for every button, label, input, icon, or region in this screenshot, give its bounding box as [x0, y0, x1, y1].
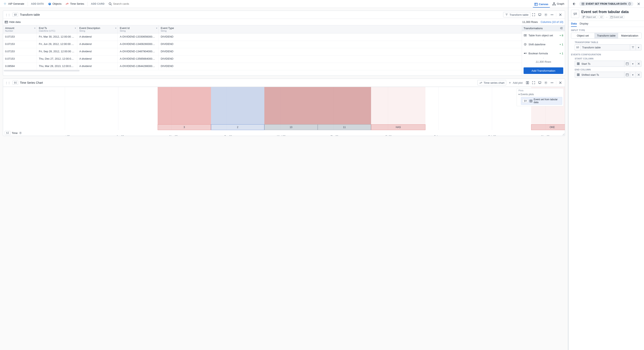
- column-header[interactable]: Event Type String: [159, 25, 178, 33]
- add-plot-button[interactable]: ＋ Add plot: [506, 80, 524, 85]
- seg-object-set[interactable]: Object set: [571, 33, 594, 38]
- expand-button[interactable]: [531, 80, 536, 85]
- transformation-item[interactable]: Shift date/time+ 1: [524, 41, 563, 47]
- card-title: Transform table: [20, 13, 40, 16]
- seg-materialization[interactable]: Materialization: [618, 33, 641, 38]
- transform-icon[interactable]: [630, 44, 636, 50]
- event-block[interactable]: HAS: [371, 124, 426, 130]
- transform-table-button[interactable]: Transform table: [503, 12, 530, 17]
- table-cell: A-DIVIDEND-1348790400000-13487: [118, 48, 159, 55]
- close-button[interactable]: [558, 12, 563, 17]
- transformation-item[interactable]: Table from object set+ 8: [524, 32, 563, 38]
- event-block[interactable]: 11: [318, 124, 371, 130]
- table-row[interactable]: 0.07153Fri, Jun 29, 2012, 12:00:00 AMA d…: [3, 41, 522, 48]
- help-icon[interactable]: [628, 2, 631, 5]
- hide-data-button[interactable]: Hide data: [9, 20, 21, 23]
- svg-rect-24: [611, 16, 612, 18]
- tab-display[interactable]: Display: [580, 22, 588, 27]
- canvas-tab[interactable]: Canvas: [533, 2, 550, 7]
- present-button[interactable]: [537, 80, 542, 85]
- table-row[interactable]: 0.07153Fri, Mar 30, 2012, 12:00:00 AMA d…: [3, 33, 522, 41]
- gear-icon[interactable]: [19, 131, 22, 135]
- transform-table-field[interactable]: Transform table: [580, 45, 630, 50]
- start-column-field[interactable]: Start Ts: [582, 62, 590, 65]
- layout-button[interactable]: [524, 80, 530, 85]
- event-block[interactable]: 3: [158, 124, 211, 130]
- table-row[interactable]: 0.07153Fri, Sep 28, 2012, 12:00:00 AMA d…: [3, 48, 522, 55]
- chevron-down-icon[interactable]: ▾: [630, 72, 636, 78]
- chevron-down-icon[interactable]: ▾: [156, 27, 157, 29]
- event-block[interactable]: 2: [211, 124, 264, 130]
- add-transformation-button[interactable]: Add Transformation: [524, 67, 563, 74]
- search-input[interactable]: [113, 2, 138, 5]
- search-cards[interactable]: [107, 1, 139, 6]
- event-shade: [158, 87, 211, 124]
- transform-button-label: Transform table: [510, 13, 528, 16]
- events-plots-group[interactable]: ▾ Events plots: [517, 93, 564, 96]
- chevron-down-icon[interactable]: ▾: [636, 44, 641, 50]
- calendar-icon[interactable]: [624, 72, 630, 78]
- objects-button[interactable]: Objects: [46, 1, 63, 6]
- aip-generate-label: AIP Generate: [8, 2, 24, 5]
- event-shade: [371, 87, 426, 124]
- top-toolbar: AIP Generate ADD DATA Objects Time Serie…: [0, 0, 568, 8]
- table-cell: A dividend: [77, 63, 118, 70]
- aip-generate-button[interactable]: AIP Generate: [2, 1, 26, 6]
- table-cell: DIVIDEND: [159, 63, 178, 70]
- separator: [556, 81, 556, 85]
- breadcrumb-pill[interactable]: EVENT SET FROM TABULAR DATA: [579, 2, 633, 6]
- chevron-down-icon[interactable]: ▾: [34, 27, 35, 29]
- present-button[interactable]: [537, 12, 542, 17]
- time-series-button[interactable]: Time Series: [64, 1, 86, 6]
- expand-button[interactable]: [531, 12, 536, 17]
- plot-item-label: Event set from tabular data: [534, 98, 561, 104]
- settings-button[interactable]: [543, 80, 549, 85]
- drag-handle-icon[interactable]: ⋮⋮: [5, 13, 11, 16]
- column-header[interactable]: End Ts Date/time (UTC) ▾: [37, 25, 77, 33]
- chip-event-set[interactable]: Event set: [609, 15, 624, 18]
- back-button[interactable]: [571, 1, 577, 6]
- close-panel-button[interactable]: [636, 1, 642, 6]
- chip-object-set[interactable]: Object set: [581, 15, 598, 18]
- close-icon[interactable]: [636, 61, 641, 67]
- plot-item[interactable]: $H Event set from tabular data: [521, 97, 562, 105]
- axis-label: Mon 27: [169, 135, 178, 136]
- panel-toggle-icon[interactable]: [560, 26, 563, 30]
- table-row[interactable]: 0.08584Thu, Mar 28, 2013, 12:00:00 AMA d…: [3, 63, 522, 70]
- columns-link[interactable]: Columns (10 of 10): [540, 20, 563, 23]
- chevron-down-icon[interactable]: ▾: [630, 61, 636, 67]
- table-cell: Thu, Mar 28, 2013, 12:00:00 AM: [37, 63, 77, 70]
- horizontal-scrollbar[interactable]: [4, 70, 80, 71]
- table-cell: A dividend: [77, 55, 118, 63]
- chart-plot[interactable]: 321311HASOKE $I Time at 25Jan 26Mon 27Tu…: [3, 87, 565, 136]
- more-button[interactable]: •••: [549, 12, 555, 17]
- tab-data[interactable]: Data: [571, 22, 577, 27]
- table-row[interactable]: 0.07153Thu, Dec 27, 2012, 12:00:00 AMA d…: [3, 55, 522, 63]
- end-column-field[interactable]: Shifted start Ts: [582, 73, 599, 76]
- settings-button[interactable]: [543, 12, 549, 17]
- close-button[interactable]: [558, 80, 563, 85]
- svg-rect-21: [583, 16, 584, 17]
- transformation-item[interactable]: Boolean formula+ 1: [524, 50, 563, 56]
- drag-handle-icon[interactable]: ⋮⋮: [5, 81, 11, 84]
- event-block[interactable]: OKE: [531, 124, 565, 130]
- chip-plus[interactable]: +2: [598, 15, 604, 18]
- time-series-chart-button[interactable]: Time series chart: [478, 80, 506, 85]
- card-var-badge: $G: [12, 81, 18, 85]
- close-icon[interactable]: [636, 72, 641, 78]
- seg-transform-table[interactable]: Transform table: [594, 33, 618, 38]
- more-button[interactable]: •••: [549, 80, 555, 85]
- column-header[interactable]: Amount Number ▾: [3, 25, 37, 33]
- graph-tab[interactable]: Graph: [551, 1, 566, 6]
- column-header[interactable]: Event Id String ▾: [118, 25, 159, 33]
- chevron-down-icon: ▾: [518, 93, 520, 96]
- event-block[interactable]: 13: [264, 124, 318, 130]
- svg-point-0: [109, 3, 111, 5]
- resize-handle-icon[interactable]: [562, 133, 564, 135]
- chevron-down-icon[interactable]: ▾: [115, 27, 116, 29]
- svg-rect-11: [524, 53, 525, 54]
- input-type-label: INPUT TYPE: [571, 29, 642, 31]
- calendar-icon[interactable]: [624, 61, 630, 67]
- column-header[interactable]: Event Description String ▾: [77, 25, 118, 33]
- chevron-down-icon[interactable]: ▾: [75, 27, 76, 29]
